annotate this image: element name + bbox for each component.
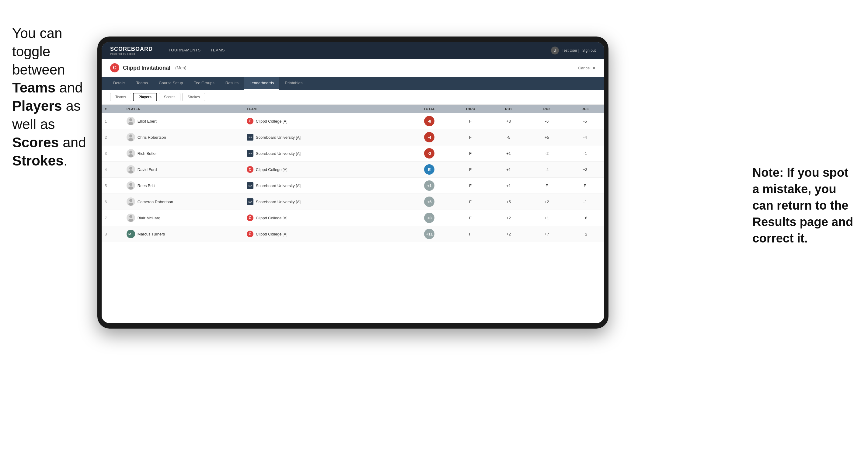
row-rd2: +5 xyxy=(528,129,566,146)
cancel-button[interactable]: Cancel ✕ xyxy=(578,66,596,70)
nav-tournaments[interactable]: TOURNAMENTS xyxy=(164,42,206,59)
row-player: Rich Butler xyxy=(124,146,244,161)
table-row: 3 Rich Butler SU Scoreboard University [… xyxy=(102,146,604,161)
team-logo-c: C xyxy=(247,118,253,124)
left-annotation: You can toggle between Teams and Players… xyxy=(12,24,94,170)
row-total: E xyxy=(408,161,452,178)
row-total: +8 xyxy=(408,210,452,226)
tablet-frame: SCOREBOARD Powered by clippd TOURNAMENTS… xyxy=(97,36,609,329)
player-avatar xyxy=(127,214,135,222)
score-badge: +8 xyxy=(424,213,434,223)
row-total: -2 xyxy=(408,146,452,161)
players-table: # PLAYER TEAM TOTAL THRU RD1 RD2 RD3 1 E… xyxy=(102,105,604,242)
row-thru: F xyxy=(451,161,490,178)
team-logo-c: C xyxy=(247,215,253,221)
tablet-screen: SCOREBOARD Powered by clippd TOURNAMENTS… xyxy=(102,42,604,323)
col-total: TOTAL xyxy=(408,105,452,113)
row-rd2: +2 xyxy=(528,194,566,210)
row-team: C Clippd College [A] xyxy=(244,161,408,178)
row-total: -4 xyxy=(408,129,452,146)
row-team: C Clippd College [A] xyxy=(244,210,408,226)
player-avatar xyxy=(127,165,135,174)
row-player: Blair McHarg xyxy=(124,210,244,226)
svg-point-10 xyxy=(128,186,133,190)
tournament-logo: C xyxy=(110,63,119,72)
score-badge: E xyxy=(424,164,434,175)
row-rd2: -6 xyxy=(528,113,566,129)
main-nav: TOURNAMENTS TEAMS xyxy=(164,42,551,59)
row-pos: 1 xyxy=(102,113,124,129)
tab-course-setup[interactable]: Course Setup xyxy=(153,77,189,90)
app-title: SCOREBOARD xyxy=(110,46,153,52)
row-total: -8 xyxy=(408,113,452,129)
sign-out-link[interactable]: Sign out xyxy=(582,49,596,53)
toggle-teams-button[interactable]: Teams xyxy=(110,93,131,101)
nav-user-area: U Test User | Sign out xyxy=(551,46,596,55)
top-nav: SCOREBOARD Powered by clippd TOURNAMENTS… xyxy=(102,42,604,59)
row-thru: F xyxy=(451,226,490,242)
svg-point-13 xyxy=(129,215,132,218)
toggle-row: Teams Players Scores Strokes xyxy=(102,90,604,105)
tab-teams[interactable]: Teams xyxy=(131,77,153,90)
row-team: SU Scoreboard University [A] xyxy=(244,146,408,161)
col-rd2: RD2 xyxy=(528,105,566,113)
score-badge: -2 xyxy=(424,148,434,158)
col-thru: THRU xyxy=(451,105,490,113)
table-row: 2 Chris Robertson SU Scoreboard Universi… xyxy=(102,129,604,146)
tab-printables[interactable]: Printables xyxy=(279,77,308,90)
row-thru: F xyxy=(451,129,490,146)
row-rd3: -4 xyxy=(566,129,604,146)
player-avatar: MT xyxy=(127,230,135,238)
toggle-players-button[interactable]: Players xyxy=(133,93,157,101)
row-pos: 7 xyxy=(102,210,124,226)
row-rd3: +2 xyxy=(566,226,604,242)
team-logo-s: SU xyxy=(247,198,253,205)
team-logo-c: C xyxy=(247,166,253,173)
svg-point-5 xyxy=(129,151,132,154)
row-pos: 2 xyxy=(102,129,124,146)
col-pos: # xyxy=(102,105,124,113)
nav-teams[interactable]: TEAMS xyxy=(206,42,230,59)
tab-results[interactable]: Results xyxy=(220,77,244,90)
app-subtitle: Powered by clippd xyxy=(110,52,153,55)
user-icon: U xyxy=(551,46,559,55)
row-thru: F xyxy=(451,113,490,129)
toggle-strokes-button[interactable]: Strokes xyxy=(182,93,205,101)
score-badge: +11 xyxy=(424,229,434,239)
row-rd3: +3 xyxy=(566,161,604,178)
table-row: 6 Cameron Robertson SU Scoreboard Univer… xyxy=(102,194,604,210)
svg-point-1 xyxy=(129,118,132,121)
row-total: +6 xyxy=(408,194,452,210)
team-logo-s: SU xyxy=(247,134,253,141)
svg-point-2 xyxy=(128,122,133,125)
toggle-scores-button[interactable]: Scores xyxy=(159,93,180,101)
row-team: SU Scoreboard University [A] xyxy=(244,178,408,194)
row-pos: 3 xyxy=(102,146,124,161)
row-pos: 6 xyxy=(102,194,124,210)
row-rd1: +2 xyxy=(490,226,528,242)
row-player: David Ford xyxy=(124,161,244,178)
team-logo-s: SU xyxy=(247,150,253,157)
svg-point-11 xyxy=(129,199,132,202)
row-pos: 8 xyxy=(102,226,124,242)
tab-details[interactable]: Details xyxy=(108,77,131,90)
score-badge: -8 xyxy=(424,116,434,126)
score-badge: +6 xyxy=(424,196,434,207)
svg-point-8 xyxy=(128,170,133,174)
row-rd1: +1 xyxy=(490,146,528,161)
tournament-gender: (Men) xyxy=(175,65,186,70)
row-rd2: -4 xyxy=(528,161,566,178)
row-rd2: E xyxy=(528,178,566,194)
table-row: 4 David Ford C Clippd College [A] E F +1… xyxy=(102,161,604,178)
right-annotation: Note: If you spot a mistake, you can ret… xyxy=(752,164,856,246)
row-thru: F xyxy=(451,210,490,226)
row-rd3: -1 xyxy=(566,194,604,210)
row-rd1: +1 xyxy=(490,178,528,194)
tab-leaderboards[interactable]: Leaderboards xyxy=(244,77,279,90)
team-logo-c: C xyxy=(247,230,253,237)
row-rd2: +1 xyxy=(528,210,566,226)
row-pos: 4 xyxy=(102,161,124,178)
row-rd1: -5 xyxy=(490,129,528,146)
row-team: SU Scoreboard University [A] xyxy=(244,129,408,146)
tab-tee-groups[interactable]: Tee Groups xyxy=(189,77,220,90)
